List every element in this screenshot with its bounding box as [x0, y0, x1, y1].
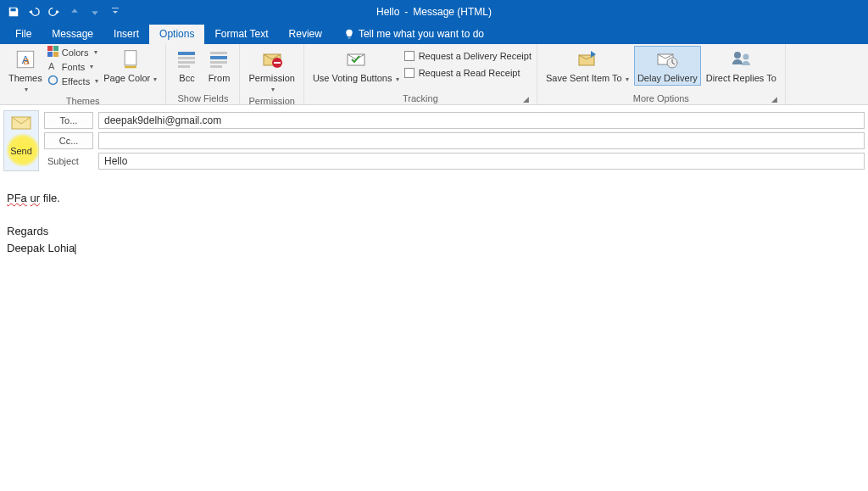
bcc-button[interactable]: Bcc	[171, 46, 202, 86]
group-permission: Permission ▾ Permission	[240, 44, 303, 104]
delay-delivery-button[interactable]: Delay Delivery	[634, 46, 701, 86]
body-word-ur: ur	[30, 192, 40, 204]
to-button[interactable]: To...	[44, 112, 93, 129]
fonts-label: Fonts	[62, 62, 86, 72]
voting-icon	[344, 47, 368, 71]
bcc-icon	[175, 47, 198, 71]
svg-rect-12	[178, 52, 195, 55]
group-show-fields: Bcc From Show Fields	[166, 44, 240, 104]
tell-me-label: Tell me what you want to do	[359, 28, 484, 40]
redo-icon[interactable]	[47, 5, 61, 19]
prev-item-icon	[68, 5, 81, 19]
svg-text:A: A	[48, 61, 55, 71]
checkbox-icon	[404, 51, 415, 61]
body-word-pfa: PFa	[7, 192, 27, 204]
direct-replies-icon	[729, 47, 753, 71]
delivery-receipt-label: Request a Delivery Receipt	[419, 51, 531, 61]
tab-format-text[interactable]: Format Text	[204, 25, 278, 44]
ribbon-content: Aa Themes ▾ Colors▾ A Fonts▾ Effects▾	[0, 44, 868, 105]
svg-rect-6	[47, 52, 53, 57]
tab-review[interactable]: Review	[279, 25, 332, 44]
permission-button[interactable]: Permission ▾	[245, 46, 298, 95]
subject-label: Subject	[44, 156, 93, 166]
undo-icon[interactable]	[27, 5, 41, 19]
dialog-launcher-icon[interactable]: ◢	[522, 95, 531, 103]
page-color-icon	[119, 47, 142, 71]
svg-rect-22	[274, 62, 281, 64]
group-label-permission: Permission	[248, 96, 294, 106]
from-label: From	[209, 73, 231, 84]
body-word-file: file.	[43, 192, 60, 204]
delay-delivery-icon	[655, 47, 679, 71]
quick-access-toolbar	[0, 5, 120, 19]
svg-rect-5	[53, 46, 58, 51]
effects-label: Effects	[62, 76, 90, 86]
subject-input[interactable]	[98, 153, 865, 170]
tab-options[interactable]: Options	[149, 25, 204, 44]
tab-message[interactable]: Message	[42, 25, 103, 44]
compose-header: Send To... Cc... Subject	[0, 105, 868, 171]
save-icon[interactable]	[7, 5, 20, 19]
group-tracking: Use Voting Buttons ▾ Request a Delivery …	[304, 44, 537, 104]
save-sent-icon	[576, 47, 599, 71]
direct-replies-button[interactable]: Direct Replies To	[703, 46, 780, 86]
from-button[interactable]: From	[203, 46, 234, 86]
checkbox-icon	[404, 68, 415, 78]
qat-customize-icon[interactable]	[111, 7, 120, 17]
page-color-button[interactable]: Page Color ▾	[100, 46, 160, 86]
colors-button[interactable]: Colors▾	[47, 46, 98, 59]
group-more-options: Save Sent Item To ▾ Delay Delivery Direc…	[537, 44, 786, 104]
tell-me-search[interactable]: Tell me what you want to do	[332, 28, 484, 44]
svg-rect-4	[47, 46, 53, 51]
svg-rect-10	[125, 51, 136, 65]
themes-icon: Aa	[14, 47, 37, 71]
colors-icon	[47, 46, 58, 59]
window-title-doc: Hello	[376, 6, 399, 18]
svg-point-28	[743, 54, 749, 60]
body-line-regards: Regards	[7, 223, 861, 240]
svg-point-27	[734, 52, 741, 59]
window-title-mode: Message (HTML)	[413, 6, 492, 18]
group-label-themes: Themes	[5, 95, 160, 107]
body-line-1: PFa ur file.	[7, 190, 861, 207]
to-input[interactable]	[98, 112, 865, 129]
svg-rect-11	[125, 66, 136, 69]
delay-delivery-label: Delay Delivery	[637, 73, 698, 84]
next-item-icon	[88, 5, 102, 19]
themes-button[interactable]: Aa Themes ▾	[5, 46, 46, 95]
group-label-tracking: Tracking	[403, 93, 438, 103]
send-envelope-icon	[11, 116, 31, 134]
save-sent-label: Save Sent Item To ▾	[546, 73, 629, 84]
send-button[interactable]: Send	[3, 110, 39, 171]
permission-label: Permission	[248, 73, 294, 84]
read-receipt-checkbox[interactable]: Request a Read Receipt	[404, 68, 531, 78]
from-icon	[207, 47, 231, 71]
message-body[interactable]: PFa ur file. Regards Deepak Lohia	[0, 171, 868, 263]
delivery-receipt-checkbox[interactable]: Request a Delivery Receipt	[404, 51, 531, 61]
read-receipt-label: Request a Read Receipt	[419, 68, 520, 78]
group-label-show-fields: Show Fields	[171, 92, 234, 104]
voting-button[interactable]: Use Voting Buttons ▾	[309, 46, 403, 86]
title-bar: Hello - Message (HTML)	[0, 0, 868, 24]
tab-file[interactable]: File	[5, 25, 42, 44]
fonts-button[interactable]: A Fonts▾	[47, 60, 98, 73]
themes-label: Themes	[8, 73, 42, 84]
tab-insert[interactable]: Insert	[103, 25, 149, 44]
svg-rect-0	[112, 8, 119, 8]
effects-button[interactable]: Effects▾	[47, 75, 98, 87]
save-sent-button[interactable]: Save Sent Item To ▾	[542, 46, 632, 86]
svg-rect-14	[178, 61, 195, 64]
dialog-launcher-icon[interactable]: ◢	[771, 95, 779, 103]
body-line-signature: Deepak Lohia	[7, 240, 861, 257]
svg-rect-13	[178, 57, 195, 59]
ribbon-tabs: File Message Insert Options Format Text …	[0, 24, 868, 44]
colors-label: Colors	[62, 47, 89, 58]
page-color-label: Page Color ▾	[103, 73, 157, 84]
svg-rect-18	[210, 61, 227, 64]
cc-input[interactable]	[98, 132, 865, 149]
cc-button[interactable]: Cc...	[44, 132, 93, 149]
permission-icon	[260, 47, 284, 71]
direct-replies-label: Direct Replies To	[706, 73, 776, 84]
svg-rect-16	[210, 52, 227, 54]
svg-text:a: a	[23, 54, 30, 67]
